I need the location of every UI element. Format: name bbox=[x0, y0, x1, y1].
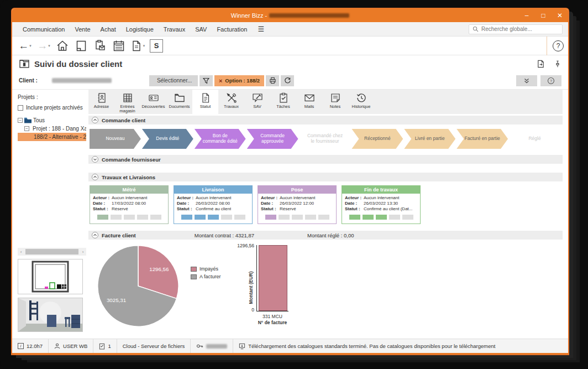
calendar-icon[interactable] bbox=[111, 38, 127, 54]
workflow-step-facture-en-partie: Facturé en partie bbox=[456, 129, 508, 149]
status-message[interactable]: Téléchargement des catalogues standards … bbox=[233, 339, 501, 353]
collapse-node-icon[interactable]: − bbox=[24, 126, 29, 131]
page-title: Suivi du dossier client bbox=[34, 59, 122, 69]
expand-all-icon[interactable] bbox=[516, 75, 537, 86]
bar-y-axis-label: Montant (EUR) bbox=[248, 266, 254, 310]
status-tasks[interactable]: 1 bbox=[93, 339, 117, 353]
bar-331-mcu bbox=[259, 245, 287, 311]
tab-label: Découvertes bbox=[141, 105, 165, 109]
clipboard-mail-icon[interactable] bbox=[92, 38, 108, 54]
document-icon[interactable]: ▾ bbox=[129, 38, 146, 54]
floorplan-thumbnail[interactable] bbox=[18, 259, 83, 294]
select-client-button[interactable]: Sélectionner... bbox=[149, 75, 198, 86]
menu-sav[interactable]: SAV bbox=[190, 26, 212, 33]
status-time[interactable]: i 12.0h7 bbox=[12, 339, 49, 353]
menu-facturation[interactable]: Facturation bbox=[212, 26, 252, 33]
chart-legend: Impayés A facturer bbox=[191, 266, 221, 282]
tab-entrees-magasin[interactable]: Entrées magasin bbox=[114, 90, 140, 114]
tab-statut[interactable]: Statut bbox=[192, 90, 218, 114]
status-server[interactable]: Cloud - Serveur de fichiers bbox=[117, 339, 191, 353]
forward-button[interactable]: →▾ bbox=[35, 38, 52, 54]
include-archived-label: Inclure projets archivés bbox=[26, 105, 83, 111]
collapse-section-icon[interactable] bbox=[92, 232, 98, 238]
pin-icon[interactable] bbox=[554, 60, 561, 68]
option-filter-chip[interactable]: × Option : 188/2 bbox=[214, 75, 264, 86]
status-user[interactable]: USER WB bbox=[49, 339, 93, 353]
home-icon[interactable] bbox=[54, 38, 71, 54]
tab-documents[interactable]: Documents bbox=[166, 90, 192, 114]
desktop-background: Winner Bizz - – □ ✕ Communication Vente … bbox=[0, 0, 588, 369]
legend-label: Impayés bbox=[200, 266, 218, 272]
tree-item-tous[interactable]: − Tous bbox=[18, 116, 86, 124]
help-icon[interactable]: ? bbox=[553, 40, 564, 51]
minimize-button[interactable]: – bbox=[518, 9, 535, 22]
section-title: Commande fournisseur bbox=[102, 157, 161, 163]
tree-item-label: 188/2 - Alternative - 2 bbox=[34, 134, 86, 140]
dossier-icon bbox=[19, 58, 30, 69]
thumbnail-scrollbar[interactable]: ‹ › bbox=[18, 248, 86, 256]
menu-travaux[interactable]: Travaux bbox=[159, 26, 190, 33]
remove-option-icon[interactable]: × bbox=[219, 77, 222, 84]
scroll-right-icon[interactable]: › bbox=[80, 250, 86, 254]
include-archived-checkbox[interactable]: Inclure projets archivés bbox=[18, 105, 86, 111]
tree-item-alternative-selected[interactable]: 188/2 - Alternative - 2 bbox=[18, 133, 86, 141]
s-module-button[interactable]: S bbox=[148, 38, 165, 54]
tab-historique[interactable]: Historique bbox=[348, 90, 374, 114]
commande-client-workflow: Nouveau Devis édité Bon de commande édit… bbox=[88, 124, 563, 153]
legend-swatch-a-facturer bbox=[191, 274, 197, 279]
tab-label: Mails bbox=[305, 105, 314, 109]
window-frame-bottom bbox=[12, 353, 568, 355]
search-input[interactable] bbox=[481, 26, 553, 32]
room-3d-thumbnail[interactable] bbox=[18, 298, 83, 332]
progress-squares bbox=[177, 215, 249, 220]
scrollbar-thumb[interactable] bbox=[25, 249, 78, 254]
section-help-icon[interactable]: ? bbox=[540, 75, 561, 86]
tree-item-projet-188[interactable]: − Projet : 188 - Dang Xavier 'N bbox=[18, 124, 86, 133]
expand-section-icon[interactable] bbox=[92, 156, 98, 163]
card-pose[interactable]: Pose Acteur :Aucun intervenant Date :26/… bbox=[258, 185, 337, 224]
tab-label: Adresse bbox=[94, 105, 109, 109]
workflow-step-receptionne: Réceptionné bbox=[351, 129, 403, 149]
menu-vente[interactable]: Vente bbox=[70, 26, 95, 33]
window-title: Winner Bizz - bbox=[12, 12, 568, 19]
filter-icon[interactable] bbox=[200, 75, 213, 86]
menu-achat[interactable]: Achat bbox=[96, 26, 121, 33]
tab-adresse[interactable]: Adresse bbox=[88, 90, 114, 114]
checkbox-icon[interactable] bbox=[18, 105, 23, 111]
workflow-step-devis-edite: Devis édité bbox=[142, 129, 193, 149]
workflow-step-livre-en-partie: Livré en partie bbox=[404, 129, 455, 149]
maximize-button[interactable]: □ bbox=[535, 9, 552, 22]
export-icon[interactable] bbox=[537, 60, 545, 68]
tab-travaux[interactable]: Travaux bbox=[218, 90, 244, 114]
tree-item-label: Tous bbox=[33, 117, 45, 123]
collapse-section-icon[interactable] bbox=[92, 117, 98, 123]
close-button[interactable]: ✕ bbox=[552, 9, 568, 22]
print-icon[interactable] bbox=[266, 75, 279, 86]
app-window: Winner Bizz - – □ ✕ Communication Vente … bbox=[11, 8, 569, 355]
client-row: Client : Sélectionner... × Option : 188/… bbox=[12, 72, 568, 90]
svg-text:?: ? bbox=[550, 78, 552, 83]
card-title: Livraison bbox=[174, 186, 252, 194]
collapse-section-icon[interactable] bbox=[92, 174, 98, 180]
tab-decouvertes[interactable]: Découvertes bbox=[140, 90, 166, 114]
status-license[interactable] bbox=[191, 339, 233, 353]
tab-notes[interactable]: Notes bbox=[322, 90, 348, 114]
collapse-node-icon[interactable]: − bbox=[18, 118, 23, 123]
planner-icon[interactable] bbox=[73, 38, 90, 54]
workflow-step-regle: Réglé bbox=[509, 129, 560, 149]
card-fin-de-travaux[interactable]: Fin de travaux Acteur :Aucun intervenant… bbox=[342, 185, 421, 224]
menu-logistique[interactable]: Logistique bbox=[121, 26, 159, 33]
menu-communication[interactable]: Communication bbox=[18, 26, 70, 33]
scroll-left-icon[interactable]: ‹ bbox=[18, 250, 24, 254]
global-search[interactable] bbox=[469, 24, 563, 34]
menu-overflow-icon[interactable]: ☰ bbox=[252, 25, 270, 33]
back-button[interactable]: ←▾ bbox=[17, 38, 33, 54]
card-metre[interactable]: Métré Acteur :Aucun intervenant Date :17… bbox=[90, 185, 169, 224]
tab-mails[interactable]: Mails bbox=[296, 90, 322, 114]
refresh-icon[interactable] bbox=[281, 75, 294, 86]
tab-taches[interactable]: Tâches bbox=[270, 90, 296, 114]
preview-thumbnails: ‹ › bbox=[18, 248, 86, 335]
card-livraison[interactable]: Livraison Acteur :Aucun intervenant Date… bbox=[174, 185, 253, 224]
tab-sav[interactable]: SAV bbox=[244, 90, 270, 114]
tab-label: Historique bbox=[352, 105, 371, 109]
